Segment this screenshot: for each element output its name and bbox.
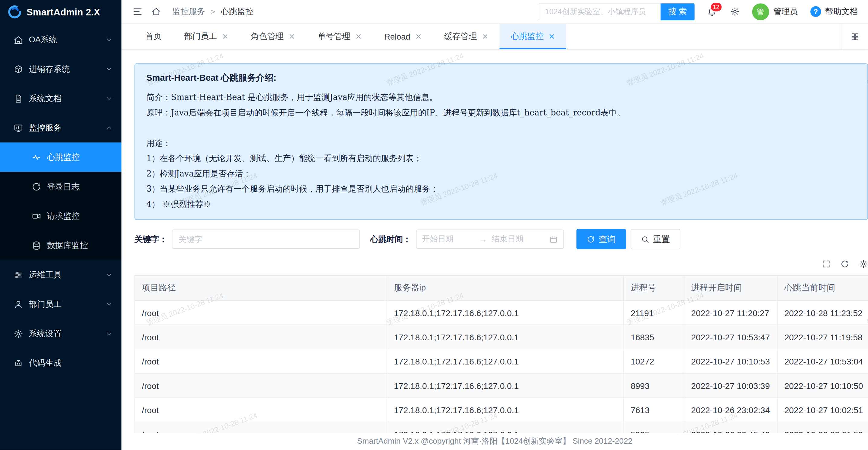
intro-title: Smart-Heart-Beat 心跳服务介绍: — [146, 72, 856, 84]
tab-label: 单号管理 — [317, 31, 350, 42]
sidebar-item[interactable]: 部门员工 — [0, 290, 121, 319]
end-date-placeholder: 结束日期 — [492, 234, 545, 244]
tab-options-button[interactable] — [841, 24, 868, 49]
smartadmin-app: SmartAdmin 2.X OA系统进销存系统系统文档监控服务心跳监控登录日志… — [0, 0, 868, 450]
table-row: /root172.18.0.1;172.17.16.6;127.0.0.1102… — [135, 349, 868, 373]
column-settings-icon[interactable] — [859, 260, 868, 269]
close-icon[interactable] — [482, 33, 488, 39]
sidebar-subitem[interactable]: 数据库监控 — [0, 231, 121, 260]
sidebar-item-label: 部门员工 — [29, 299, 102, 310]
close-icon[interactable] — [289, 33, 295, 39]
column-header: 心跳当前时间 — [777, 276, 868, 300]
sidebar-item[interactable]: 监控服务 — [0, 113, 121, 142]
sidebar-item[interactable]: 进销存系统 — [0, 54, 121, 84]
notifications-button[interactable]: 12 — [702, 7, 721, 16]
close-icon[interactable] — [415, 33, 422, 39]
table-row: /root172.18.0.1;172.17.16.6;127.0.0.1761… — [135, 398, 868, 422]
intro-line: 原理：Java后端会在项目启动的时候开启一个线程，每隔一段时间将该应用的IP、进… — [146, 105, 856, 121]
chevron-down-icon — [106, 330, 113, 337]
sidebar-subitem[interactable]: 心跳监控 — [0, 142, 121, 172]
settings-gear-icon[interactable] — [725, 7, 744, 16]
sidebar-item-label: 代码生成 — [29, 358, 113, 368]
table-cell: 2022-10-27 10:02:51 — [777, 398, 868, 422]
sidebar-item-label: 系统文档 — [29, 93, 102, 104]
tab[interactable]: 缓存管理 — [433, 24, 500, 49]
intro-lines: 简介：Smart-Heart-Beat 是心跳服务，用于监测Java应用的状态等… — [146, 90, 856, 212]
global-search-button[interactable]: 搜 索 — [661, 3, 694, 20]
tab[interactable]: 心跳监控 — [499, 24, 566, 49]
query-button[interactable]: 查询 — [576, 229, 626, 249]
sidebar-subitem[interactable]: 请求监控 — [0, 201, 121, 231]
chevron-down-icon — [106, 301, 113, 307]
close-icon[interactable] — [355, 33, 362, 39]
table-cell: 21191 — [624, 300, 684, 325]
table-cell: 2022-10-28 11:23:52 — [777, 300, 868, 325]
column-header: 进程开启时间 — [684, 276, 777, 300]
table-cell: 2022-10-27 10:53:04 — [777, 349, 868, 373]
close-icon[interactable] — [222, 33, 228, 39]
tab[interactable]: 角色管理 — [240, 24, 306, 49]
history-icon — [32, 182, 41, 191]
chevron-down-icon — [106, 36, 113, 43]
intro-line: 3）当某些业务只允许有一个服务启动的时候，用于排查是否别人也启动的服务； — [146, 181, 856, 197]
keyword-input[interactable] — [172, 230, 360, 249]
heartbeat-icon — [32, 152, 41, 162]
sidebar-item[interactable]: 系统设置 — [0, 319, 121, 348]
table-cell: 2022-10-27 11:20:27 — [684, 300, 777, 325]
tab[interactable]: Reload — [373, 24, 433, 49]
doc-icon — [13, 94, 23, 103]
intro-line: 4） ※强烈推荐※ — [146, 197, 856, 212]
sidebar-subitem-label: 登录日志 — [47, 181, 80, 192]
help-icon: ? — [810, 6, 821, 17]
notification-badge: 12 — [710, 2, 722, 12]
help-docs-button[interactable]: ? 帮助文档 — [810, 6, 858, 17]
home-icon[interactable] — [147, 7, 165, 16]
breadcrumb-parent[interactable]: 监控服务 — [172, 6, 205, 17]
reset-button-label: 重置 — [653, 234, 670, 244]
tab[interactable]: 单号管理 — [306, 24, 373, 49]
sidebar-subitem-label: 心跳监控 — [47, 152, 80, 162]
tab[interactable]: 首页 — [134, 24, 173, 49]
table-cell: 172.18.0.1;172.17.16.6;127.0.0.1 — [387, 422, 624, 433]
username[interactable]: 管理员 — [773, 6, 798, 17]
table-cell: 172.18.0.1;172.17.16.6;127.0.0.1 — [387, 300, 624, 325]
sidebar-item-label: 系统设置 — [29, 328, 102, 339]
calendar-icon — [549, 235, 557, 243]
table-cell: 2022-10-27 10:10:50 — [777, 373, 868, 397]
reset-button[interactable]: 重置 — [630, 229, 680, 249]
column-header: 项目路径 — [135, 276, 387, 300]
column-header: 服务器ip — [387, 276, 624, 300]
sidebar-item[interactable]: OA系统 — [0, 25, 121, 54]
chevron-up-icon — [106, 124, 113, 131]
table-cell: 172.18.0.1;172.17.16.6;127.0.0.1 — [387, 349, 624, 373]
sidebar-item[interactable]: 运维工具 — [0, 260, 121, 289]
logo[interactable]: SmartAdmin 2.X — [0, 0, 121, 24]
topbar: 监控服务 > 心跳监控 搜 索 12 管 管理员 ? 帮助文档 — [121, 0, 868, 24]
sidebar-subitem[interactable]: 登录日志 — [0, 172, 121, 201]
tools-icon — [13, 270, 23, 279]
sidebar: SmartAdmin 2.X OA系统进销存系统系统文档监控服务心跳监控登录日志… — [0, 0, 121, 450]
table-cell: 2022-10-26 23:02:34 — [684, 398, 777, 422]
footer-text: SmartAdmin V2.x @copyright 河南·洛阳【1024创新实… — [357, 437, 632, 447]
intro-line: 2）检测Java应用是否存活； — [146, 166, 856, 182]
table-cell: /root — [135, 349, 387, 373]
close-icon[interactable] — [549, 33, 555, 39]
sidebar-item-label: 监控服务 — [29, 122, 102, 133]
tab[interactable]: 部门员工 — [173, 24, 240, 49]
sidebar-item[interactable]: 系统文档 — [0, 84, 121, 113]
table-cell: 2022-10-27 11:19:58 — [777, 325, 868, 349]
avatar[interactable]: 管 — [752, 3, 769, 20]
fullscreen-icon[interactable] — [822, 260, 831, 269]
breadcrumb-separator: > — [211, 7, 215, 16]
refresh-table-icon[interactable] — [840, 260, 849, 269]
table-row: /root172.18.0.1;172.17.16.6;127.0.0.1211… — [135, 300, 868, 325]
collapse-menu-icon[interactable] — [128, 7, 147, 16]
table-cell: 10272 — [624, 349, 684, 373]
date-range-picker[interactable]: 开始日期 → 结束日期 — [416, 230, 564, 249]
sidebar-item[interactable]: 代码生成 — [0, 348, 121, 378]
column-header: 进程号 — [624, 276, 684, 300]
global-search-input[interactable] — [539, 3, 661, 20]
table-row: /root172.18.0.1;172.17.16.6;127.0.0.1168… — [135, 325, 868, 349]
table-cell: 2022-10-27 10:03:39 — [684, 373, 777, 397]
table-header-row: 项目路径服务器ip进程号进程开启时间心跳当前时间 — [135, 276, 868, 300]
